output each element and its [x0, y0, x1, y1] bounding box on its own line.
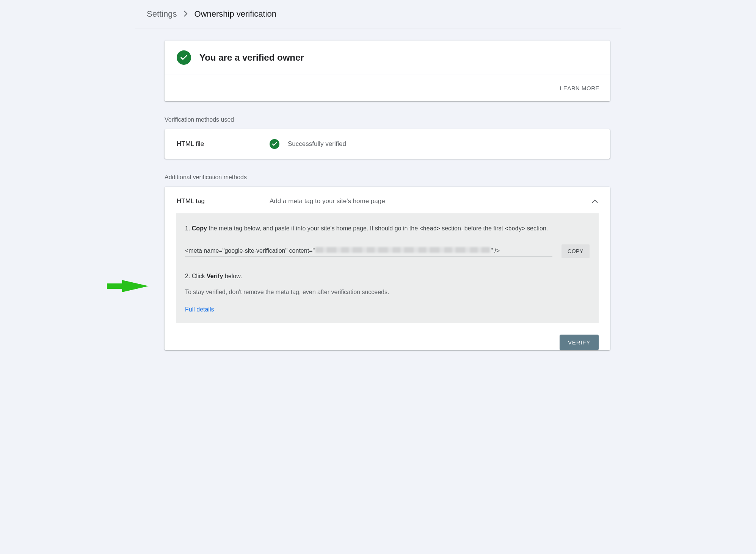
method-name-html-file: HTML file — [177, 140, 270, 148]
breadcrumb-current: Ownership verification — [194, 9, 276, 19]
step-2: 2. Click Verify below. — [185, 272, 590, 281]
used-methods-label: Verification methods used — [165, 116, 610, 123]
arrow-annotation-icon — [107, 279, 149, 294]
method-desc: Add a meta tag to your site's home page — [270, 197, 592, 205]
additional-methods-label: Additional verification methods — [165, 174, 610, 181]
svg-marker-0 — [107, 280, 149, 292]
html-tag-instructions: 1. Copy the meta tag below, and paste it… — [176, 213, 599, 323]
breadcrumb-settings[interactable]: Settings — [147, 9, 177, 19]
method-name-html-tag: HTML tag — [177, 197, 270, 205]
checkmark-icon — [270, 139, 279, 149]
step-1: 1. Copy the meta tag below, and paste it… — [185, 224, 590, 233]
copy-button[interactable]: COPY — [562, 244, 590, 258]
checkmark-icon — [177, 50, 191, 65]
stay-verified-note: To stay verified, don't remove the meta … — [185, 288, 590, 297]
redacted-token — [315, 247, 490, 253]
meta-tag-code[interactable]: <meta name="google-site-verification" co… — [185, 246, 552, 257]
used-method-card: HTML file Successfully verified — [165, 129, 610, 159]
full-details-link[interactable]: Full details — [185, 306, 214, 313]
html-tag-expand-header[interactable]: HTML tag Add a meta tag to your site's h… — [165, 187, 610, 213]
status-card: You are a verified owner LEARN MORE — [165, 41, 610, 101]
breadcrumb: Settings Ownership verification — [135, 0, 621, 28]
chevron-up-icon — [592, 198, 598, 205]
method-status: Successfully verified — [288, 140, 346, 148]
html-tag-card: HTML tag Add a meta tag to your site's h… — [165, 187, 610, 350]
verified-owner-title: You are a verified owner — [199, 52, 304, 63]
chevron-right-icon — [184, 9, 188, 19]
verify-button[interactable]: VERIFY — [560, 335, 599, 350]
learn-more-button[interactable]: LEARN MORE — [556, 82, 603, 94]
